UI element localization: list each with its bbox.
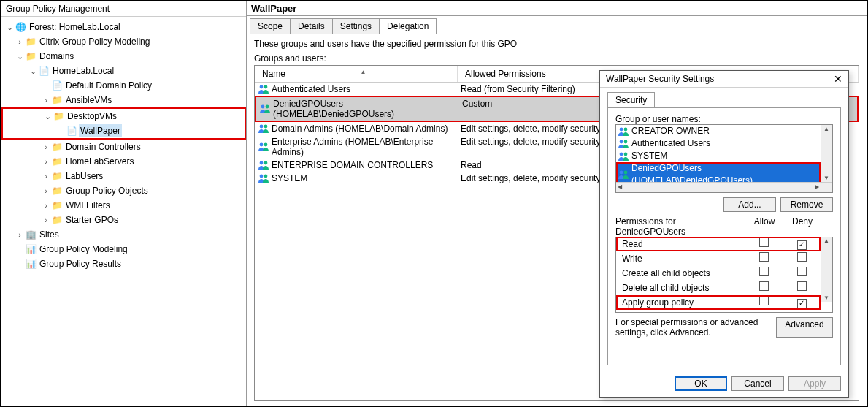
perm-row: Delete all child objects [616,281,821,295]
tab-delegation[interactable]: Delegation [379,18,437,34]
tree-item-label: Domains [38,50,75,63]
cancel-button[interactable]: Cancel [731,376,784,391]
tree-item-label: DesktopVMs [66,110,118,123]
apply-button[interactable]: Apply [788,376,841,391]
checkbox[interactable] [759,237,769,247]
gpo-icon: 📄 [66,125,77,137]
tab-details[interactable]: Details [290,18,333,34]
tree-item-label: Default Domain Policy [64,79,153,92]
checkbox[interactable] [797,281,807,291]
expand-open-icon[interactable]: ⌄ [4,21,15,33]
tree-item[interactable]: ›📁AnsibleVMs [1,93,246,107]
tab-settings[interactable]: Settings [332,18,380,34]
expand-closed-icon[interactable]: › [41,170,51,182]
expand-closed-icon[interactable]: › [41,199,51,211]
security-dialog-title-bar: WallPaper Security Settings ✕ [600,71,848,88]
page-title: WallPaper [247,1,867,16]
checkbox[interactable] [759,296,769,305]
tab-scope[interactable]: Scope [250,18,291,34]
tree-item[interactable]: ›📁LabUsers [1,169,246,183]
checkbox[interactable]: ✓ [797,299,807,308]
tree-item[interactable]: ›📁Citrix Group Policy Modeling [1,34,246,49]
tree-item[interactable]: ›📁Group Policy Objects [1,183,246,198]
group-icon [258,160,269,170]
expand-open-icon[interactable]: ⌄ [42,110,53,122]
checkbox[interactable] [797,252,807,262]
folder-icon: 📁 [25,36,37,47]
modeling-icon: 📊 [25,243,37,255]
row-name: SYSTEM [272,173,307,183]
tree-item[interactable]: ›📄WallPaper [3,123,245,138]
checkbox[interactable] [759,267,769,276]
checkbox[interactable] [759,281,769,291]
permissions-list[interactable]: Read✓WriteCreate all child objectsDelete… [615,237,833,313]
tree-item-label: HomeLab.Local [51,64,115,77]
tree-item-label: Starter GPOs [64,213,120,227]
row-name: Domain Admins (HOMELAB\Domain Admins) [272,123,448,134]
add-button[interactable]: Add... [723,197,776,212]
remove-button[interactable]: Remove [780,197,833,212]
names-list-item[interactable]: CREATOR OWNER [616,125,821,137]
expand-open-icon[interactable]: ⌄ [15,50,25,62]
tree-item[interactable]: ›📊Group Policy Modeling [1,242,246,256]
checkbox[interactable] [759,252,769,262]
perm-name: Write [622,252,745,265]
group-icon [259,104,271,114]
expand-closed-icon[interactable]: › [15,36,25,47]
name-label: DeniedGPOUsers (HOMELAB\DeniedGPOUsers) [631,162,819,182]
tree-item[interactable]: ›📄Default Domain Policy [1,78,246,93]
domains-icon: 📁 [25,50,37,62]
deny-header: Deny [783,216,821,237]
tree-item-label: WallPaper [79,124,122,137]
tree-item[interactable]: ⌄📁DesktopVMs [3,109,245,123]
tree-panel: Group Policy Management ⌄🌐Forest: HomeLa… [1,1,247,406]
advanced-button[interactable]: Advanced [776,317,833,338]
names-list-item[interactable]: SYSTEM [616,150,821,162]
tree-item[interactable]: ⌄📁Domains [1,49,246,64]
expand-closed-icon[interactable]: › [41,94,51,106]
perm-for-label: Permissions for DeniedGPOUsers [615,216,745,237]
names-list-item[interactable]: DeniedGPOUsers (HOMELAB\DeniedGPOUsers) [616,162,821,182]
perm-name: Delete all child objects [622,281,745,294]
tree-item[interactable]: ›📁HomeLabServers [1,154,246,169]
tree-item[interactable]: ⌄📄HomeLab.Local [1,64,246,78]
perm-row: Write [616,251,821,266]
col-name[interactable]: Name▲ [255,66,458,82]
scrollbar-vertical[interactable] [821,237,832,302]
expand-closed-icon[interactable]: › [41,141,51,153]
tree-item[interactable]: ›📁Domain Controllers [1,140,246,154]
tree-item[interactable]: ›📊Group Policy Results [1,256,246,271]
results-icon: 📊 [25,258,37,270]
checkbox[interactable] [797,267,807,276]
tree[interactable]: ⌄🌐Forest: HomeLab.Local›📁Citrix Group Po… [1,17,246,274]
scrollbar-horizontal[interactable] [616,182,832,192]
groups-label: Groups and users: [254,53,859,64]
expand-closed-icon[interactable]: › [41,156,51,167]
checkbox[interactable]: ✓ [797,240,807,250]
names-list[interactable]: CREATOR OWNERAuthenticated UsersSYSTEMDe… [615,124,833,193]
expand-closed-icon[interactable]: › [41,185,51,197]
tree-item[interactable]: ›📁WMI Filters [1,198,246,213]
tree-item-label: Citrix Group Policy Modeling [38,35,151,48]
expand-closed-icon[interactable]: › [15,229,25,240]
tree-item[interactable]: ›🏢Sites [1,227,246,242]
tree-header: Group Policy Management [1,1,246,17]
ou-icon: 📁 [53,110,64,122]
tree-item[interactable]: ⌄🌐Forest: HomeLab.Local [1,20,246,34]
tree-item-label: Forest: HomeLab.Local [28,20,122,34]
expand-open-icon[interactable]: ⌄ [28,65,38,77]
group-icon [258,173,269,183]
expand-closed-icon[interactable]: › [41,214,51,226]
ok-button[interactable]: OK [675,376,727,391]
tab-security[interactable]: Security [607,92,655,107]
tabs: ScopeDetailsSettingsDelegation [247,16,867,34]
tree-item[interactable]: ›📁Starter GPOs [1,213,246,227]
group-icon [618,170,629,180]
close-icon[interactable]: ✕ [834,74,842,84]
sort-asc-icon: ▲ [360,69,366,75]
perm-name: Apply group policy [622,296,745,309]
scrollbar-vertical[interactable] [821,125,832,182]
tree-item-label: Sites [38,228,61,241]
names-list-item[interactable]: Authenticated Users [616,137,821,150]
allow-header: Allow [745,216,783,237]
